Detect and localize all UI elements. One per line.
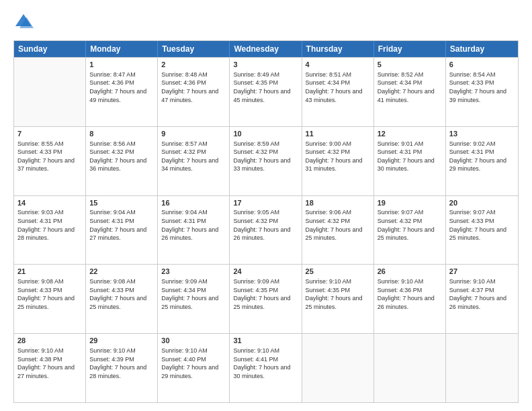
calendar-day-5: 5Sunrise: 8:52 AMSunset: 4:34 PMDaylight… (374, 58, 446, 126)
calendar-day-24: 24Sunrise: 9:09 AMSunset: 4:35 PMDayligh… (230, 265, 302, 333)
calendar-header-row: SundayMondayTuesdayWednesdayThursdayFrid… (14, 41, 518, 57)
calendar-week-3: 14Sunrise: 9:03 AMSunset: 4:31 PMDayligh… (14, 195, 518, 265)
cell-info: Sunrise: 8:51 AMSunset: 4:34 PMDaylight:… (306, 71, 370, 104)
calendar-week-1: 1Sunrise: 8:47 AMSunset: 4:36 PMDaylight… (14, 57, 518, 126)
calendar-day-1: 1Sunrise: 8:47 AMSunset: 4:36 PMDaylight… (86, 58, 158, 126)
calendar-empty-cell (14, 58, 86, 126)
logo (13, 12, 36, 32)
header (13, 12, 519, 32)
day-number: 28 (17, 336, 82, 346)
cell-info: Sunrise: 9:10 AMSunset: 4:36 PMDaylight:… (378, 277, 442, 311)
calendar-day-17: 17Sunrise: 9:05 AMSunset: 4:32 PMDayligh… (230, 196, 302, 265)
calendar-day-27: 27Sunrise: 9:10 AMSunset: 4:37 PMDayligh… (446, 265, 518, 333)
cell-info: Sunrise: 9:10 AMSunset: 4:39 PMDaylight:… (89, 347, 154, 380)
cell-info: Sunrise: 8:54 AMSunset: 4:33 PMDaylight:… (449, 71, 515, 104)
cell-info: Sunrise: 9:06 AMSunset: 4:32 PMDaylight:… (306, 208, 370, 242)
calendar-day-8: 8Sunrise: 8:56 AMSunset: 4:32 PMDaylight… (86, 127, 158, 195)
day-number: 30 (161, 336, 226, 346)
day-number: 31 (233, 336, 298, 346)
day-number: 6 (449, 60, 515, 70)
calendar-empty-cell (302, 334, 374, 402)
calendar-day-19: 19Sunrise: 9:07 AMSunset: 4:32 PMDayligh… (374, 196, 446, 265)
calendar-day-31: 31Sunrise: 9:10 AMSunset: 4:41 PMDayligh… (230, 334, 302, 402)
day-number: 8 (89, 129, 154, 139)
calendar-week-5: 28Sunrise: 9:10 AMSunset: 4:38 PMDayligh… (14, 333, 518, 402)
calendar-day-10: 10Sunrise: 8:59 AMSunset: 4:32 PMDayligh… (230, 127, 302, 195)
calendar-day-30: 30Sunrise: 9:10 AMSunset: 4:40 PMDayligh… (158, 334, 230, 402)
cell-info: Sunrise: 9:09 AMSunset: 4:35 PMDaylight:… (233, 277, 298, 311)
calendar-day-11: 11Sunrise: 9:00 AMSunset: 4:32 PMDayligh… (302, 127, 374, 195)
cell-info: Sunrise: 9:10 AMSunset: 4:38 PMDaylight:… (17, 347, 82, 380)
day-number: 13 (449, 129, 515, 139)
calendar-day-6: 6Sunrise: 8:54 AMSunset: 4:33 PMDaylight… (446, 58, 518, 126)
cell-info: Sunrise: 9:08 AMSunset: 4:33 PMDaylight:… (17, 277, 82, 311)
calendar-day-3: 3Sunrise: 8:49 AMSunset: 4:35 PMDaylight… (230, 58, 302, 126)
calendar-empty-cell (446, 334, 518, 402)
day-number: 22 (89, 267, 154, 277)
day-number: 25 (306, 267, 370, 277)
day-number: 29 (89, 336, 154, 346)
day-number: 27 (449, 267, 515, 277)
day-number: 3 (233, 60, 298, 70)
day-number: 1 (89, 60, 154, 70)
day-number: 9 (161, 129, 226, 139)
calendar-empty-cell (374, 334, 446, 402)
calendar-body: 1Sunrise: 8:47 AMSunset: 4:36 PMDaylight… (14, 57, 518, 402)
calendar-day-13: 13Sunrise: 9:02 AMSunset: 4:31 PMDayligh… (446, 127, 518, 195)
day-number: 4 (306, 60, 370, 70)
day-number: 23 (161, 267, 226, 277)
calendar-weekday-thursday: Thursday (302, 41, 374, 57)
calendar-day-7: 7Sunrise: 8:55 AMSunset: 4:33 PMDaylight… (14, 127, 86, 195)
calendar-day-29: 29Sunrise: 9:10 AMSunset: 4:39 PMDayligh… (86, 334, 158, 402)
calendar-day-9: 9Sunrise: 8:57 AMSunset: 4:32 PMDaylight… (158, 127, 230, 195)
day-number: 21 (17, 267, 82, 277)
day-number: 7 (17, 129, 82, 139)
calendar-day-4: 4Sunrise: 8:51 AMSunset: 4:34 PMDaylight… (302, 58, 374, 126)
calendar-weekday-wednesday: Wednesday (230, 41, 302, 57)
calendar-weekday-saturday: Saturday (446, 41, 518, 57)
cell-info: Sunrise: 9:10 AMSunset: 4:40 PMDaylight:… (161, 347, 226, 380)
cell-info: Sunrise: 9:05 AMSunset: 4:32 PMDaylight:… (233, 208, 298, 242)
cell-info: Sunrise: 9:09 AMSunset: 4:34 PMDaylight:… (161, 277, 226, 311)
calendar-day-14: 14Sunrise: 9:03 AMSunset: 4:31 PMDayligh… (14, 196, 86, 265)
calendar-day-26: 26Sunrise: 9:10 AMSunset: 4:36 PMDayligh… (374, 265, 446, 333)
cell-info: Sunrise: 9:04 AMSunset: 4:31 PMDaylight:… (89, 208, 154, 242)
cell-info: Sunrise: 8:55 AMSunset: 4:33 PMDaylight:… (17, 140, 82, 173)
day-number: 14 (17, 198, 82, 208)
day-number: 20 (449, 198, 515, 208)
calendar-day-23: 23Sunrise: 9:09 AMSunset: 4:34 PMDayligh… (158, 265, 230, 333)
calendar-day-18: 18Sunrise: 9:06 AMSunset: 4:32 PMDayligh… (302, 196, 374, 265)
day-number: 2 (161, 60, 226, 70)
calendar-week-4: 21Sunrise: 9:08 AMSunset: 4:33 PMDayligh… (14, 264, 518, 333)
cell-info: Sunrise: 8:56 AMSunset: 4:32 PMDaylight:… (89, 140, 154, 173)
calendar-week-2: 7Sunrise: 8:55 AMSunset: 4:33 PMDaylight… (14, 126, 518, 195)
calendar-weekday-monday: Monday (86, 41, 158, 57)
day-number: 5 (378, 60, 442, 70)
cell-info: Sunrise: 9:08 AMSunset: 4:33 PMDaylight:… (89, 277, 154, 311)
page: SundayMondayTuesdayWednesdayThursdayFrid… (0, 0, 532, 411)
day-number: 17 (233, 198, 298, 208)
day-number: 12 (378, 129, 442, 139)
cell-info: Sunrise: 9:02 AMSunset: 4:31 PMDaylight:… (449, 140, 515, 173)
day-number: 24 (233, 267, 298, 277)
calendar: SundayMondayTuesdayWednesdayThursdayFrid… (13, 40, 519, 403)
calendar-day-2: 2Sunrise: 8:48 AMSunset: 4:36 PMDaylight… (158, 58, 230, 126)
calendar-weekday-sunday: Sunday (14, 41, 86, 57)
cell-info: Sunrise: 9:01 AMSunset: 4:31 PMDaylight:… (378, 140, 442, 173)
calendar-day-22: 22Sunrise: 9:08 AMSunset: 4:33 PMDayligh… (86, 265, 158, 333)
calendar-day-25: 25Sunrise: 9:10 AMSunset: 4:35 PMDayligh… (302, 265, 374, 333)
day-number: 16 (161, 198, 226, 208)
cell-info: Sunrise: 8:59 AMSunset: 4:32 PMDaylight:… (233, 140, 298, 173)
day-number: 18 (306, 198, 370, 208)
calendar-day-16: 16Sunrise: 9:04 AMSunset: 4:31 PMDayligh… (158, 196, 230, 265)
cell-info: Sunrise: 8:48 AMSunset: 4:36 PMDaylight:… (161, 71, 226, 104)
day-number: 11 (306, 129, 370, 139)
cell-info: Sunrise: 9:03 AMSunset: 4:31 PMDaylight:… (17, 208, 82, 242)
cell-info: Sunrise: 8:49 AMSunset: 4:35 PMDaylight:… (233, 71, 298, 104)
cell-info: Sunrise: 8:47 AMSunset: 4:36 PMDaylight:… (89, 71, 154, 104)
cell-info: Sunrise: 9:10 AMSunset: 4:35 PMDaylight:… (306, 277, 370, 311)
cell-info: Sunrise: 9:07 AMSunset: 4:33 PMDaylight:… (449, 208, 515, 242)
day-number: 19 (378, 198, 442, 208)
calendar-day-12: 12Sunrise: 9:01 AMSunset: 4:31 PMDayligh… (374, 127, 446, 195)
calendar-day-28: 28Sunrise: 9:10 AMSunset: 4:38 PMDayligh… (14, 334, 86, 402)
